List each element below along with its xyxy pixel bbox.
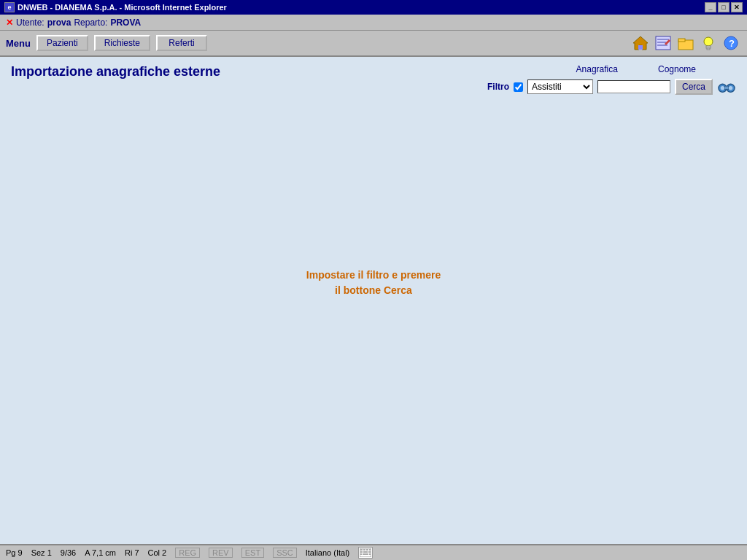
filter-checkbox[interactable] — [514, 82, 523, 92]
folder-icon[interactable] — [676, 33, 696, 53]
svg-rect-1 — [638, 45, 643, 50]
utente-value: prova — [47, 18, 71, 28]
svg-rect-21 — [363, 549, 365, 551]
main-content: Importazione anagrafiche esterne Anagraf… — [0, 57, 747, 544]
referti-button[interactable]: Referti — [156, 35, 207, 51]
svg-rect-24 — [360, 551, 363, 553]
close-icon[interactable]: ✕ — [6, 18, 13, 28]
cognome-col-header: Cognome — [658, 64, 696, 74]
svg-rect-8 — [678, 39, 685, 42]
svg-point-18 — [729, 86, 733, 90]
home-icon[interactable] — [630, 33, 651, 53]
status-col: Col 2 — [148, 548, 167, 557]
svg-rect-20 — [360, 549, 363, 551]
lightbulb-icon[interactable] — [698, 33, 719, 53]
svg-rect-27 — [360, 553, 362, 555]
status-ri: Ri 7 — [125, 548, 139, 557]
svg-rect-29 — [369, 553, 371, 555]
help-icon[interactable]: ? — [721, 33, 741, 53]
ssc-button[interactable]: SSC — [273, 548, 297, 558]
app-icon: e — [4, 2, 15, 12]
reg-button[interactable]: REG — [175, 548, 200, 558]
menu-label: Menu — [6, 38, 31, 49]
edit-icon[interactable] — [653, 33, 673, 53]
title-bar: e DNWEB - DIANEMA S.p.A. - Microsoft Int… — [0, 0, 747, 15]
filtro-label: Filtro — [487, 82, 509, 92]
center-message: Impostare il filtro e premere il bottone… — [11, 87, 736, 537]
keyboard-icon[interactable] — [358, 547, 373, 559]
svg-rect-16 — [724, 86, 729, 90]
svg-rect-22 — [366, 549, 368, 551]
richieste-button[interactable]: Richieste — [94, 35, 150, 51]
window-controls[interactable]: _ □ ✕ — [705, 2, 743, 12]
svg-rect-25 — [363, 551, 368, 553]
toolbar-icons: ? — [630, 33, 741, 53]
svg-point-9 — [704, 37, 713, 46]
reparto-value: PROVA — [110, 18, 141, 28]
window-title: DNWEB - DIANEMA S.p.A. - Microsoft Inter… — [18, 3, 227, 12]
status-a: A 7,1 cm — [85, 548, 116, 557]
reparto-label: Reparto: — [74, 18, 107, 28]
svg-text:?: ? — [729, 38, 735, 49]
pazienti-button[interactable]: Pazienti — [36, 35, 88, 51]
maximize-button[interactable]: □ — [718, 2, 729, 12]
anagrafica-col-header: Anagrafica — [576, 64, 618, 74]
status-sez: Sez 1 — [31, 548, 52, 557]
cerca-button[interactable]: Cerca — [675, 79, 713, 95]
status-lang: Italiano (Ital) — [306, 548, 350, 557]
svg-rect-23 — [369, 549, 371, 551]
status-pos: 9/36 — [61, 548, 76, 557]
binoculars-icon[interactable] — [717, 79, 736, 95]
filter-select[interactable]: Assistiti Medici Strutture — [527, 79, 593, 94]
user-bar: ✕ Utente: prova Reparto: PROVA — [0, 15, 747, 31]
utente-label: Utente: — [16, 18, 44, 28]
minimize-button[interactable]: _ — [705, 2, 716, 12]
est-button[interactable]: EST — [241, 548, 264, 558]
rev-button[interactable]: REV — [209, 548, 233, 558]
nav-bar: Menu Pazienti Richieste Referti — [0, 31, 747, 57]
message-text: Impostare il filtro e premere il bottone… — [306, 268, 441, 298]
svg-rect-26 — [368, 551, 371, 553]
svg-rect-28 — [363, 553, 368, 555]
status-bar: Pg 9 Sez 1 9/36 A 7,1 cm Ri 7 Col 2 REG … — [0, 544, 747, 560]
status-pg: Pg 9 — [6, 548, 23, 557]
cognome-input[interactable] — [597, 80, 670, 93]
close-button[interactable]: ✕ — [731, 2, 743, 12]
svg-rect-11 — [707, 48, 710, 50]
svg-point-17 — [721, 86, 725, 90]
